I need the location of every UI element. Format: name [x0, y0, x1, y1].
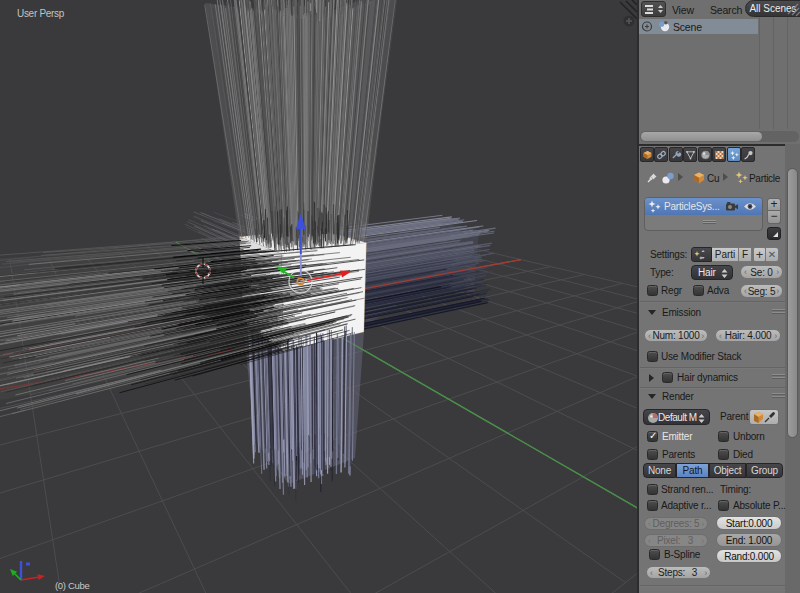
svg-text:User Persp: User Persp [17, 8, 65, 19]
svg-text:(0) Cube: (0) Cube [55, 580, 90, 591]
